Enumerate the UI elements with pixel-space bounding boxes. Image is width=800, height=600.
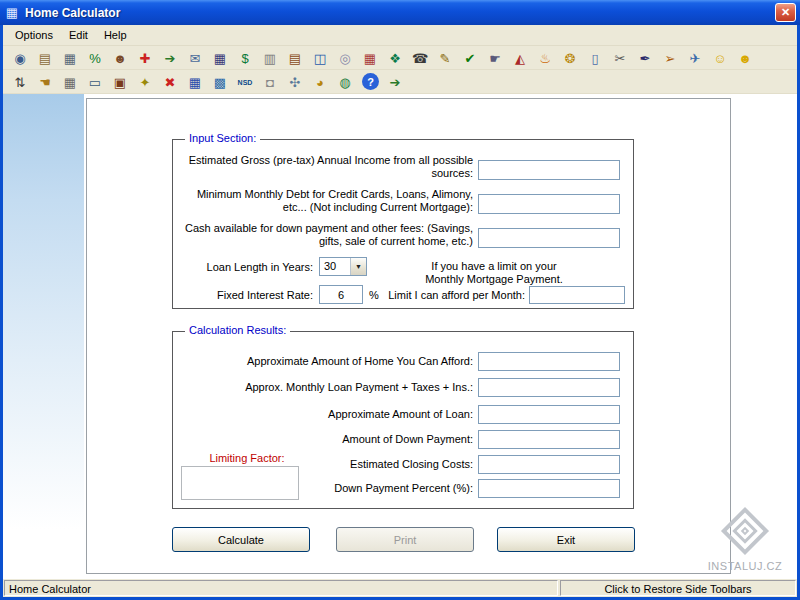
stamp-icon[interactable]: ☚ bbox=[33, 72, 57, 92]
bank-icon[interactable]: ▥ bbox=[258, 48, 282, 68]
delete-icon[interactable]: ✖ bbox=[158, 72, 182, 92]
phone-icon[interactable]: ☎ bbox=[408, 48, 432, 68]
income-input[interactable] bbox=[478, 160, 620, 180]
calendar-icon[interactable]: ▦ bbox=[358, 48, 382, 68]
ledger-icon[interactable]: ▤ bbox=[283, 48, 307, 68]
restore-side-toolbars[interactable]: Click to Restore Side Toolbars bbox=[560, 580, 796, 596]
income-label: Estimated Gross (pre-tax) Annual Income … bbox=[179, 154, 473, 180]
people-icon[interactable]: ☻ bbox=[108, 48, 132, 68]
collapsed-side-toolbar[interactable] bbox=[3, 94, 84, 578]
limiting-factor-label: Limiting Factor: bbox=[191, 452, 303, 465]
lock-icon[interactable]: ◘ bbox=[258, 72, 282, 92]
monthly-payment-input[interactable] bbox=[478, 378, 620, 397]
app-window: ▦ Home Calculator ✕ Options Edit Help ◉▤… bbox=[0, 0, 800, 600]
sort-icon[interactable]: ⇅ bbox=[8, 72, 32, 92]
status-text: Home Calculator bbox=[4, 580, 558, 596]
pen-icon[interactable]: ✒ bbox=[633, 48, 657, 68]
wallet-icon[interactable]: ▭ bbox=[83, 72, 107, 92]
exit-button[interactable]: Exit bbox=[497, 527, 635, 552]
close-button[interactable]: ✕ bbox=[775, 3, 796, 22]
globe-icon[interactable]: ◍ bbox=[333, 72, 357, 92]
status-bar: Home Calculator Click to Restore Side To… bbox=[3, 578, 797, 597]
check-icon[interactable]: ✔ bbox=[458, 48, 482, 68]
smiley-icon[interactable]: ☺ bbox=[708, 48, 732, 68]
monthly-debt-input[interactable] bbox=[478, 194, 620, 214]
send-icon[interactable]: ➢ bbox=[658, 48, 682, 68]
chevron-down-icon[interactable]: ▼ bbox=[350, 258, 366, 275]
down-payment-input[interactable] bbox=[478, 430, 620, 449]
calculate-button[interactable]: Calculate bbox=[172, 527, 310, 552]
results-section: Calculation Results: Approximate Amount … bbox=[172, 331, 634, 509]
zoom-icon[interactable]: ◉ bbox=[8, 48, 32, 68]
exit-door-icon[interactable]: ➔ bbox=[158, 48, 182, 68]
table-icon[interactable]: ▦ bbox=[183, 72, 207, 92]
loan-length-label: Loan Length in Years: bbox=[179, 261, 313, 274]
print-button[interactable]: Print bbox=[336, 527, 474, 552]
closing-costs-input[interactable] bbox=[478, 455, 620, 474]
cash-available-input[interactable] bbox=[478, 228, 620, 248]
menu-help[interactable]: Help bbox=[96, 26, 135, 44]
cash-available-label: Cash available for down payment and othe… bbox=[179, 222, 473, 248]
down-payment-label: Amount of Down Payment: bbox=[179, 433, 473, 446]
graph-icon[interactable]: ◭ bbox=[508, 48, 532, 68]
menu-bar: Options Edit Help bbox=[3, 25, 797, 46]
limit-note-line1: If you have a limit on your bbox=[381, 260, 607, 273]
plane-icon[interactable]: ✈ bbox=[683, 48, 707, 68]
network-icon[interactable]: ✣ bbox=[283, 72, 307, 92]
exit-icon[interactable]: ➔ bbox=[383, 72, 407, 92]
piggy-bank-icon[interactable]: ♨ bbox=[533, 48, 557, 68]
ruler-icon[interactable]: ✦ bbox=[133, 72, 157, 92]
loan-length-value: 30 bbox=[320, 258, 350, 275]
percent-sign: % bbox=[369, 289, 383, 302]
input-section: Input Section: Estimated Gross (pre-tax)… bbox=[172, 139, 634, 309]
monthly-debt-label: Minimum Monthly Debt for Credit Cards, L… bbox=[179, 188, 473, 214]
calculator-icon[interactable]: ▦ bbox=[208, 48, 232, 68]
loan-amount-label: Approximate Amount of Loan: bbox=[179, 408, 473, 421]
menu-edit[interactable]: Edit bbox=[61, 26, 96, 44]
chart-icon[interactable]: ◫ bbox=[308, 48, 332, 68]
smiley-2-icon[interactable]: ☻ bbox=[733, 48, 757, 68]
main-panel: Input Section: Estimated Gross (pre-tax)… bbox=[86, 98, 731, 574]
limit-input[interactable] bbox=[529, 286, 625, 304]
client-area: Input Section: Estimated Gross (pre-tax)… bbox=[3, 94, 797, 578]
notes-icon[interactable]: ✎ bbox=[433, 48, 457, 68]
percent-icon[interactable]: % bbox=[83, 48, 107, 68]
loan-amount-input[interactable] bbox=[478, 405, 620, 424]
cd-icon[interactable]: ◎ bbox=[333, 48, 357, 68]
input-section-title: Input Section: bbox=[185, 132, 260, 144]
toolbar-row-2: ⇅☚▦▭▣✦✖▦▩NSD◘✣◕◍?➔ bbox=[3, 70, 797, 94]
measure-icon[interactable]: ▤ bbox=[33, 48, 57, 68]
mail-icon[interactable]: ✉ bbox=[183, 48, 207, 68]
toolbar-row-1: ◉▤▦%☻✚➔✉▦$▥▤◫◎▦❖☎✎✔☛◭♨❂▯✂✒➢✈☺☻ bbox=[3, 46, 797, 70]
home-afford-label: Approximate Amount of Home You Can Affor… bbox=[179, 355, 473, 368]
interest-rate-label: Fixed Interest Rate: bbox=[179, 289, 313, 302]
window-title: Home Calculator bbox=[25, 6, 120, 20]
limiting-factor-box bbox=[181, 466, 299, 500]
pointer-icon[interactable]: ☛ bbox=[483, 48, 507, 68]
menu-options[interactable]: Options bbox=[7, 26, 61, 44]
printer-icon[interactable]: ▦ bbox=[58, 72, 82, 92]
home-afford-input[interactable] bbox=[478, 352, 620, 371]
interest-rate-input[interactable] bbox=[319, 285, 363, 304]
cash-icon[interactable]: ❖ bbox=[383, 48, 407, 68]
dollar-icon[interactable]: $ bbox=[233, 48, 257, 68]
money-bag-icon[interactable]: ❂ bbox=[558, 48, 582, 68]
monthly-payment-label: Approx. Monthly Loan Payment + Taxes + I… bbox=[179, 381, 473, 394]
first-aid-icon[interactable]: ✚ bbox=[133, 48, 157, 68]
watermark-text: INSTALUJ.CZ bbox=[699, 560, 791, 572]
nsd-icon[interactable]: NSD bbox=[233, 72, 257, 92]
coins-icon[interactable]: ◕ bbox=[308, 72, 332, 92]
grid-icon[interactable]: ▩ bbox=[208, 72, 232, 92]
results-section-title: Calculation Results: bbox=[185, 324, 290, 336]
watermark: INSTALUJ.CZ bbox=[699, 504, 791, 572]
loan-length-select[interactable]: 30 ▼ bbox=[319, 257, 367, 276]
print-preview-icon[interactable]: ▦ bbox=[58, 48, 82, 68]
book-icon[interactable]: ▣ bbox=[108, 72, 132, 92]
scissors-icon[interactable]: ✂ bbox=[608, 48, 632, 68]
limit-note-line2: Monthly Mortgage Payment. bbox=[381, 273, 607, 286]
document-icon[interactable]: ▯ bbox=[583, 48, 607, 68]
down-payment-percent-input[interactable] bbox=[478, 479, 620, 498]
app-icon: ▦ bbox=[4, 5, 20, 21]
title-bar[interactable]: ▦ Home Calculator ✕ bbox=[0, 0, 800, 25]
help-icon[interactable]: ? bbox=[362, 73, 379, 90]
